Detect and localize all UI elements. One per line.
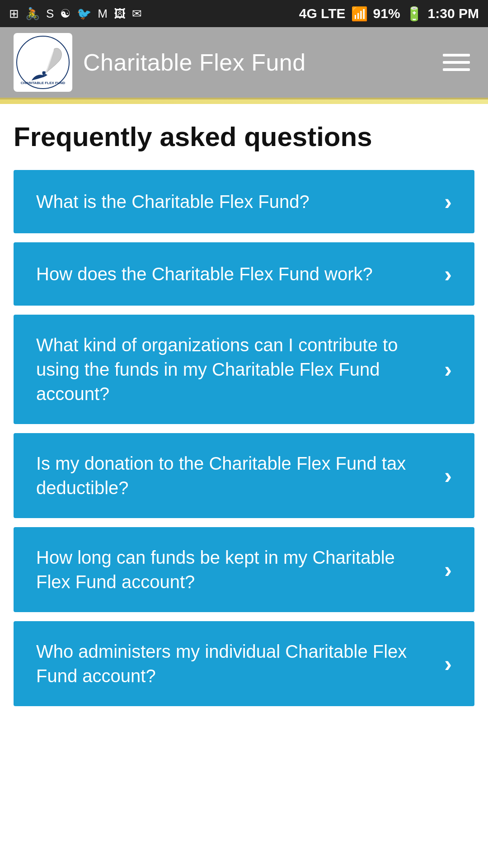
faq-chevron-1: › (444, 189, 452, 215)
faq-item-1[interactable]: What is the Charitable Flex Fund? › (14, 170, 474, 233)
hamburger-line-1 (443, 54, 470, 57)
page-title: Frequently asked questions (14, 122, 474, 152)
faq-chevron-4: › (444, 462, 452, 489)
battery-icon: 🔋 (406, 6, 422, 22)
signal-icon: 📶 (351, 6, 368, 22)
lastfm-icon: ☯ (60, 7, 70, 21)
faq-question-4: Is my donation to the Charitable Flex Fu… (36, 451, 444, 500)
status-info-right: 4G LTE 📶 91% 🔋 1:30 PM (299, 6, 479, 22)
battery-label: 91% (373, 6, 400, 21)
faq-chevron-5: › (444, 557, 452, 583)
twitter-icon: 🐦 (77, 7, 91, 21)
network-label: 4G LTE (299, 6, 346, 21)
accent-bar (0, 99, 488, 104)
hamburger-line-2 (443, 61, 470, 64)
faq-item-6[interactable]: Who administers my individual Charitable… (14, 621, 474, 706)
header-left-section: CHARITABLE FLEX FUND Charitable Flex Fun… (14, 33, 306, 92)
faq-item-2[interactable]: How does the Charitable Flex Fund work? … (14, 242, 474, 306)
app-header: CHARITABLE FLEX FUND Charitable Flex Fun… (0, 27, 488, 99)
time-label: 1:30 PM (428, 6, 479, 21)
logo-container: CHARITABLE FLEX FUND (14, 33, 72, 92)
faq-chevron-2: › (444, 261, 452, 287)
faq-divider-4 (14, 522, 474, 524)
mail-icon: ✉ (132, 7, 142, 21)
svg-text:CHARITABLE FLEX FUND: CHARITABLE FLEX FUND (21, 81, 66, 85)
status-icons-left: ⊞ 🚴 S ☯ 🐦 M 🖼 ✉ (9, 7, 142, 21)
faq-divider-1 (14, 237, 474, 239)
faq-divider-5 (14, 616, 474, 618)
faq-divider-3 (14, 428, 474, 429)
image-icon: 🖼 (114, 7, 126, 21)
faq-item-5[interactable]: How long can funds be kept in my Charita… (14, 527, 474, 612)
app-logo: CHARITABLE FLEX FUND (16, 35, 70, 90)
faq-question-2: How does the Charitable Flex Fund work? (36, 262, 444, 286)
faq-question-5: How long can funds be kept in my Charita… (36, 545, 444, 594)
skype-icon: S (46, 7, 54, 21)
faq-question-6: Who administers my individual Charitable… (36, 639, 444, 688)
faq-list: What is the Charitable Flex Fund? › How … (14, 170, 474, 706)
faq-question-3: What kind of organizations can I contrib… (36, 333, 444, 406)
faq-item-4[interactable]: Is my donation to the Charitable Flex Fu… (14, 433, 474, 518)
status-bar: ⊞ 🚴 S ☯ 🐦 M 🖼 ✉ 4G LTE 📶 91% 🔋 1:30 PM (0, 0, 488, 27)
menu-button[interactable] (438, 49, 474, 75)
faq-item-3[interactable]: What kind of organizations can I contrib… (14, 315, 474, 424)
main-content: Frequently asked questions What is the C… (0, 104, 488, 706)
plus-icon: ⊞ (9, 7, 19, 21)
faq-question-1: What is the Charitable Flex Fund? (36, 189, 444, 214)
faq-chevron-6: › (444, 651, 452, 677)
gmail-icon: M (98, 7, 108, 21)
header-title: Charitable Flex Fund (83, 49, 306, 76)
hamburger-line-3 (443, 68, 470, 71)
person-icon: 🚴 (25, 7, 40, 21)
faq-divider-2 (14, 309, 474, 311)
faq-chevron-3: › (444, 356, 452, 382)
